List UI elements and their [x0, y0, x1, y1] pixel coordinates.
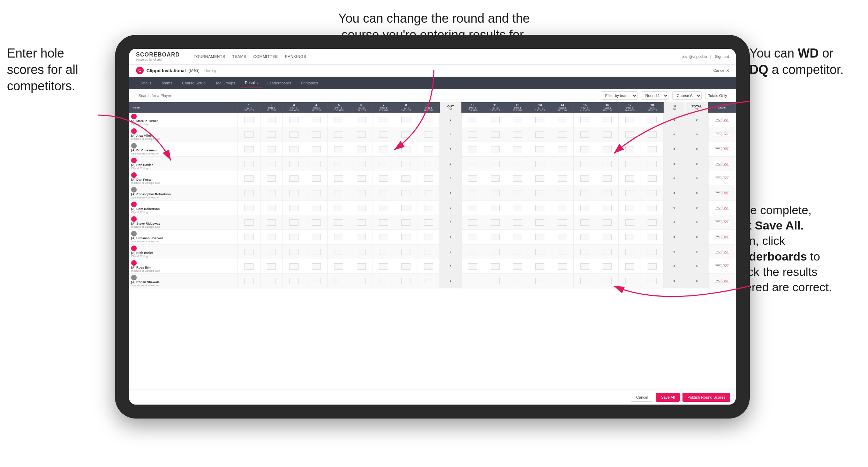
score-input-h3[interactable]: [289, 117, 299, 123]
score-cell-h8[interactable]: [395, 171, 417, 186]
score-cell-h14[interactable]: [551, 113, 574, 127]
score-input-h9[interactable]: [424, 234, 433, 240]
score-input-h3[interactable]: [289, 190, 299, 196]
score-input-h11[interactable]: [491, 117, 500, 123]
score-cell-h6[interactable]: [350, 157, 372, 171]
score-cell-h12[interactable]: [506, 142, 529, 157]
score-cell-h9[interactable]: [417, 157, 440, 171]
dq-button[interactable]: DQ: [723, 147, 729, 151]
score-input-h5[interactable]: [334, 117, 343, 123]
score-cell-h1[interactable]: [238, 201, 260, 215]
score-cell-h17[interactable]: [619, 201, 641, 215]
score-input-h16[interactable]: [603, 249, 612, 255]
score-input-h1[interactable]: [244, 278, 254, 284]
score-input-h13[interactable]: [535, 131, 544, 138]
nav-committee[interactable]: COMMITTEE: [253, 54, 278, 59]
score-cell-h3[interactable]: [283, 215, 305, 230]
score-input-h4[interactable]: [312, 205, 321, 211]
wd-button[interactable]: WD: [715, 220, 722, 224]
score-cell-h8[interactable]: [395, 127, 417, 142]
score-input-h12[interactable]: [513, 190, 522, 196]
score-cell-h1[interactable]: [238, 230, 260, 244]
score-input-h18[interactable]: [648, 175, 657, 182]
score-input-h18[interactable]: [648, 161, 657, 167]
score-cell-h1[interactable]: [238, 157, 260, 171]
cancel-button[interactable]: Cancel: [631, 393, 653, 402]
score-cell-h4[interactable]: [305, 259, 327, 274]
score-cell-h4[interactable]: [305, 230, 327, 244]
score-cell-h16[interactable]: [596, 127, 618, 142]
score-cell-h6[interactable]: [350, 201, 372, 215]
score-cell-h3[interactable]: [283, 201, 305, 215]
score-input-h11[interactable]: [491, 190, 500, 196]
score-input-h6[interactable]: [357, 146, 366, 152]
score-cell-h18[interactable]: [641, 201, 663, 215]
score-input-h5[interactable]: [334, 146, 343, 152]
score-input-h10[interactable]: [468, 175, 477, 182]
score-input-h14[interactable]: [558, 205, 567, 211]
score-input-h9[interactable]: [424, 146, 433, 152]
score-cell-h3[interactable]: [283, 127, 305, 142]
score-input-h10[interactable]: [468, 190, 477, 196]
score-cell-h16[interactable]: [596, 244, 618, 259]
score-input-h9[interactable]: [424, 190, 433, 196]
score-input-h2[interactable]: [267, 190, 276, 196]
score-cell-h15[interactable]: [574, 274, 596, 288]
score-cell-h14[interactable]: [551, 127, 574, 142]
score-cell-h2[interactable]: [260, 186, 282, 201]
score-cell-h6[interactable]: [350, 186, 372, 201]
score-input-h17[interactable]: [625, 117, 634, 123]
score-input-h18[interactable]: [648, 190, 657, 196]
score-input-h9[interactable]: [424, 263, 433, 270]
score-cell-h15[interactable]: [574, 201, 596, 215]
score-cell-h5[interactable]: [327, 171, 350, 186]
score-cell-h16[interactable]: [596, 142, 618, 157]
score-input-h4[interactable]: [312, 117, 321, 123]
score-cell-h2[interactable]: [260, 171, 282, 186]
score-cell-h5[interactable]: [327, 244, 350, 259]
score-cell-h10[interactable]: [461, 186, 484, 201]
score-input-h2[interactable]: [267, 205, 276, 211]
dq-button[interactable]: DQ: [723, 279, 729, 283]
score-cell-h10[interactable]: [461, 171, 484, 186]
score-input-h16[interactable]: [603, 263, 612, 270]
wd-button[interactable]: WD: [715, 133, 722, 136]
score-cell-h3[interactable]: [283, 274, 305, 288]
nav-teams[interactable]: TEAMS: [232, 54, 246, 59]
score-cell-h5[interactable]: [327, 230, 350, 244]
score-cell-h8[interactable]: [395, 186, 417, 201]
score-cell-h1[interactable]: [238, 259, 260, 274]
score-input-h7[interactable]: [379, 205, 388, 211]
score-cell-h4[interactable]: [305, 215, 327, 230]
score-cell-h7[interactable]: [372, 201, 395, 215]
score-cell-h1[interactable]: [238, 186, 260, 201]
score-input-h17[interactable]: [625, 161, 634, 167]
score-input-h15[interactable]: [580, 205, 589, 211]
score-input-h5[interactable]: [334, 219, 343, 226]
score-cell-h9[interactable]: [417, 186, 440, 201]
score-cell-h18[interactable]: [641, 230, 663, 244]
nav-tournaments[interactable]: TOURNAMENTS: [194, 54, 225, 59]
score-cell-h13[interactable]: [529, 201, 551, 215]
score-cell-h14[interactable]: [551, 215, 574, 230]
score-input-h15[interactable]: [580, 234, 589, 240]
wd-button[interactable]: WD: [715, 162, 722, 166]
tab-printables[interactable]: Printables: [296, 78, 323, 88]
score-cell-h2[interactable]: [260, 215, 282, 230]
save-all-button[interactable]: Save All: [656, 393, 680, 402]
score-input-h1[interactable]: [244, 190, 254, 196]
score-cell-h4[interactable]: [305, 171, 327, 186]
score-input-h11[interactable]: [491, 175, 500, 182]
score-cell-h11[interactable]: [484, 186, 506, 201]
score-input-h17[interactable]: [625, 234, 634, 240]
score-cell-h3[interactable]: [283, 113, 305, 127]
score-cell-h11[interactable]: [484, 127, 506, 142]
score-input-h13[interactable]: [535, 249, 544, 255]
score-cell-h9[interactable]: [417, 215, 440, 230]
score-input-h4[interactable]: [312, 278, 321, 284]
score-input-h13[interactable]: [535, 263, 544, 270]
cancel-header-btn[interactable]: Cancel X: [713, 68, 729, 73]
score-cell-h17[interactable]: [619, 215, 641, 230]
score-cell-h11[interactable]: [484, 171, 506, 186]
score-cell-h8[interactable]: [395, 274, 417, 288]
